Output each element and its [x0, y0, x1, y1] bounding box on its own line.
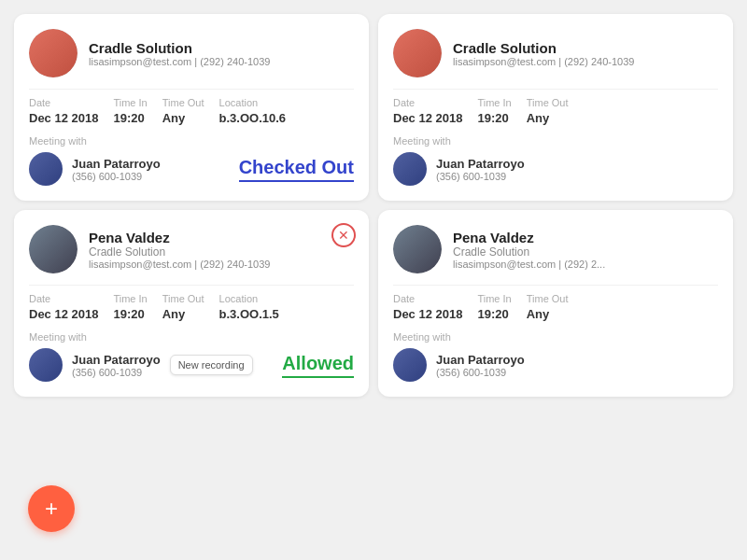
- status-badge-checked-out: Checked Out: [239, 157, 354, 182]
- avatar-pena-r2: [393, 225, 442, 273]
- info-row: Date Dec 12 2018 Time In 19:20 Time Out …: [29, 97, 354, 126]
- person-contact-r1: lisasimpson@test.com | (292) 240-1039: [453, 56, 634, 67]
- time-out-label-2: Time Out: [162, 293, 204, 304]
- card-checked-out: Cradle Solution lisasimpson@test.com | (…: [14, 14, 369, 201]
- meeting-person-name-2: Juan Patarroyo: [72, 353, 161, 367]
- status-badge-allowed: Allowed: [282, 353, 354, 378]
- meeting-person-phone-r1: (356) 600-1039: [436, 171, 525, 182]
- time-in-field-r1: Time In 19:20: [477, 97, 511, 126]
- time-out-value: Any: [162, 111, 186, 125]
- meeting-person-info-2: Juan Patarroyo (356) 600-1039: [72, 353, 161, 378]
- time-in-field-2: Time In 19:20: [113, 293, 147, 322]
- card-right-2: Pena Valdez Cradle Solution lisasimpson@…: [378, 210, 733, 397]
- time-out-label-r1: Time Out: [527, 97, 569, 108]
- card-header: Cradle Solution lisasimpson@test.com | (…: [29, 29, 354, 77]
- time-in-label-2: Time In: [113, 293, 147, 304]
- meeting-person-phone: (356) 600-1039: [72, 171, 161, 182]
- person-info: Cradle Solution lisasimpson@test.com | (…: [89, 40, 270, 67]
- time-out-value-r2: Any: [527, 307, 550, 321]
- date-label-r2: Date: [393, 293, 462, 304]
- time-in-label-r1: Time In: [477, 97, 511, 108]
- date-field-2: Date Dec 12 2018: [29, 293, 98, 322]
- meeting-person-info: Juan Patarroyo (356) 600-1039: [72, 157, 161, 182]
- date-value-2: Dec 12 2018: [29, 307, 98, 321]
- time-out-value-r1: Any: [527, 111, 550, 125]
- card-header-2: Pena Valdez Cradle Solution lisasimpson@…: [29, 225, 354, 273]
- time-out-label: Time Out: [162, 97, 204, 108]
- time-out-label-r2: Time Out: [527, 293, 569, 304]
- time-in-field-r2: Time In 19:20: [477, 293, 511, 322]
- time-out-field-2: Time Out Any: [162, 293, 204, 322]
- meeting-person-info-r2: Juan Patarroyo (356) 600-1039: [436, 353, 525, 378]
- date-field-r2: Date Dec 12 2018: [393, 293, 462, 322]
- date-value-r1: Dec 12 2018: [393, 111, 462, 125]
- meeting-avatar-r1: [393, 152, 427, 186]
- card-right-1: Cradle Solution lisasimpson@test.com | (…: [378, 14, 733, 201]
- meeting-person-name-r1: Juan Patarroyo: [436, 157, 525, 171]
- close-button[interactable]: ✕: [331, 223, 356, 247]
- avatar-pena: [29, 225, 78, 273]
- meeting-section-r1: Meeting with Juan Patarroyo (356) 600-10…: [393, 135, 718, 186]
- close-icon: ✕: [338, 229, 349, 242]
- meeting-label-r1: Meeting with: [393, 135, 718, 147]
- location-value: b.3.OO.10.6: [219, 111, 287, 125]
- time-in-value: 19:20: [113, 111, 144, 125]
- person-name-r2: Pena Valdez: [453, 230, 605, 245]
- meeting-person-phone-2: (356) 600-1039: [72, 367, 161, 378]
- meeting-person-info-r1: Juan Patarroyo (356) 600-1039: [436, 157, 525, 182]
- date-label-2: Date: [29, 293, 98, 304]
- person-contact: lisasimpson@test.com | (292) 240-1039: [89, 56, 270, 67]
- meeting-row-2: Juan Patarroyo (356) 600-1039 New record…: [29, 348, 354, 382]
- meeting-avatar-r2: [393, 348, 427, 382]
- person-contact-r2: lisasimpson@test.com | (292) 2...: [453, 259, 605, 270]
- meeting-person-phone-r2: (356) 600-1039: [436, 367, 525, 378]
- info-row-2: Date Dec 12 2018 Time In 19:20 Time Out …: [29, 293, 354, 322]
- right-column: Cradle Solution lisasimpson@test.com | (…: [374, 9, 738, 401]
- location-label-2: Location: [219, 293, 279, 304]
- meeting-avatar: [29, 152, 63, 186]
- meeting-label: Meeting with: [29, 135, 354, 147]
- time-out-value-2: Any: [162, 307, 186, 321]
- person-company-r2: Cradle Solution: [453, 245, 605, 259]
- meeting-label-2: Meeting with: [29, 331, 354, 343]
- date-label: Date: [29, 97, 98, 108]
- meeting-row: Juan Patarroyo (356) 600-1039 Checked Ou…: [29, 152, 354, 186]
- person-info-r1: Cradle Solution lisasimpson@test.com | (…: [453, 40, 634, 67]
- plus-icon: +: [45, 497, 58, 520]
- location-value-2: b.3.OO.1.5: [219, 307, 279, 321]
- person-info-r2: Pena Valdez Cradle Solution lisasimpson@…: [453, 230, 605, 270]
- person-info-2: Pena Valdez Cradle Solution lisasimpson@…: [89, 230, 270, 270]
- date-label-r1: Date: [393, 97, 462, 108]
- location-field-2: Location b.3.OO.1.5: [219, 293, 279, 322]
- card-allowed: ✕ Pena Valdez Cradle Solution lisasimpso…: [14, 210, 369, 397]
- meeting-section-r2: Meeting with Juan Patarroyo (356) 600-10…: [393, 331, 718, 382]
- time-in-label-r2: Time In: [477, 293, 511, 304]
- person-company-2: Cradle Solution: [89, 245, 270, 259]
- location-field: Location b.3.OO.10.6: [219, 97, 287, 126]
- date-value: Dec 12 2018: [29, 111, 98, 125]
- person-name-2: Pena Valdez: [89, 230, 270, 245]
- time-in-field: Time In 19:20: [113, 97, 147, 126]
- meeting-label-r2: Meeting with: [393, 331, 718, 343]
- meeting-section: Meeting with Juan Patarroyo (356) 600-10…: [29, 135, 354, 186]
- info-row-r1: Date Dec 12 2018 Time In 19:20 Time Out …: [393, 97, 718, 126]
- avatar: [29, 29, 78, 77]
- meeting-person-name-r2: Juan Patarroyo: [436, 353, 525, 367]
- fab-add-button[interactable]: +: [28, 485, 75, 532]
- time-in-label: Time In: [113, 97, 147, 108]
- new-recording-badge[interactable]: New recording: [170, 355, 253, 375]
- person-name-r1: Cradle Solution: [453, 40, 634, 56]
- date-value-r2: Dec 12 2018: [393, 307, 462, 321]
- meeting-avatar-2: [29, 348, 63, 382]
- meeting-person-name: Juan Patarroyo: [72, 157, 161, 171]
- date-field-r1: Date Dec 12 2018: [393, 97, 462, 126]
- time-out-field-r2: Time Out Any: [527, 293, 569, 322]
- card-header-r2: Pena Valdez Cradle Solution lisasimpson@…: [393, 225, 718, 273]
- meeting-section-2: Meeting with Juan Patarroyo (356) 600-10…: [29, 331, 354, 382]
- person-name: Cradle Solution: [89, 40, 270, 56]
- meeting-row-r2: Juan Patarroyo (356) 600-1039: [393, 348, 718, 382]
- left-column: Cradle Solution lisasimpson@test.com | (…: [9, 9, 374, 401]
- time-in-value-r2: 19:20: [477, 307, 508, 321]
- card-header-r1: Cradle Solution lisasimpson@test.com | (…: [393, 29, 718, 77]
- time-out-field-r1: Time Out Any: [527, 97, 569, 126]
